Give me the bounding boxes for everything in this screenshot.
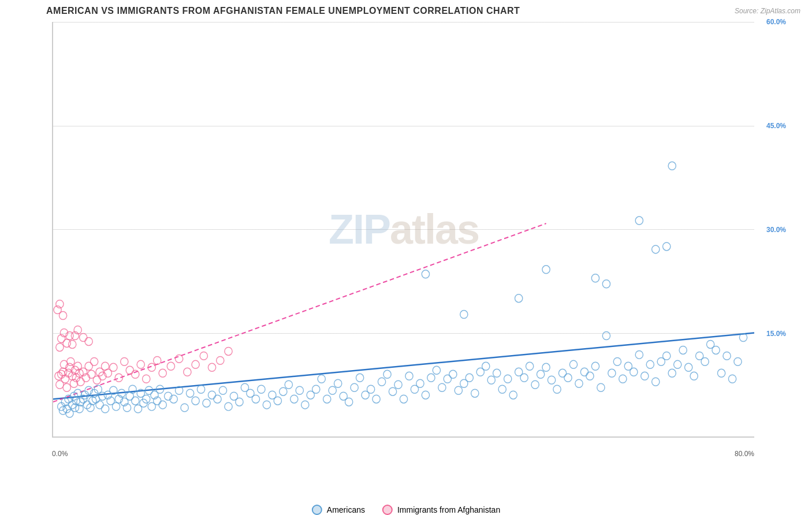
svg-point-159 <box>602 280 610 288</box>
svg-point-55 <box>203 399 210 407</box>
chart-title: AMERICAN VS IMMIGRANTS FROM AFGHANISTAN … <box>46 6 800 16</box>
svg-point-69 <box>280 387 287 395</box>
svg-point-194 <box>126 366 133 374</box>
svg-point-116 <box>537 370 544 378</box>
svg-point-193 <box>121 357 128 365</box>
svg-point-51 <box>181 404 188 412</box>
svg-point-157 <box>668 162 676 170</box>
svg-point-54 <box>197 385 204 393</box>
svg-point-199 <box>154 356 161 364</box>
svg-point-142 <box>679 346 687 354</box>
svg-point-59 <box>225 402 232 410</box>
svg-point-218 <box>85 337 92 345</box>
svg-point-152 <box>734 357 742 365</box>
svg-point-128 <box>602 332 610 340</box>
svg-point-68 <box>274 397 281 405</box>
svg-point-87 <box>378 378 385 386</box>
svg-point-131 <box>619 375 627 383</box>
svg-point-107 <box>487 376 495 384</box>
svg-point-100 <box>449 370 457 378</box>
svg-point-57 <box>214 395 221 403</box>
svg-point-98 <box>438 383 446 391</box>
y-tick-60: 60.0% <box>766 18 786 26</box>
svg-point-144 <box>690 372 698 380</box>
svg-point-170 <box>63 383 70 391</box>
legend-circle-americans <box>312 505 322 515</box>
svg-point-156 <box>663 242 671 251</box>
svg-point-66 <box>263 401 270 409</box>
svg-point-127 <box>597 383 605 391</box>
svg-point-75 <box>312 385 320 393</box>
svg-point-83 <box>356 374 363 382</box>
svg-point-82 <box>351 383 358 391</box>
svg-point-200 <box>159 369 166 377</box>
svg-point-207 <box>217 356 224 364</box>
svg-point-195 <box>132 370 139 378</box>
svg-point-77 <box>323 395 331 403</box>
svg-point-129 <box>608 369 616 377</box>
scatter-plot: .dot-blue { fill: none; stroke: #5a9fd4;… <box>53 22 754 436</box>
svg-point-89 <box>389 387 396 395</box>
svg-point-204 <box>192 360 199 368</box>
svg-point-140 <box>668 369 676 377</box>
svg-point-151 <box>728 375 736 383</box>
svg-point-196 <box>137 360 144 368</box>
svg-point-56 <box>208 391 215 399</box>
svg-point-160 <box>542 266 550 274</box>
svg-point-214 <box>69 340 76 348</box>
svg-point-88 <box>383 370 391 378</box>
svg-point-106 <box>482 362 490 370</box>
svg-point-37 <box>132 397 139 405</box>
svg-point-78 <box>329 386 336 394</box>
svg-point-162 <box>460 311 468 319</box>
svg-point-58 <box>219 386 226 394</box>
svg-point-185 <box>90 357 98 365</box>
svg-point-24 <box>96 401 103 409</box>
svg-point-110 <box>504 375 512 383</box>
svg-point-153 <box>739 333 747 341</box>
svg-point-209 <box>56 343 64 351</box>
chart-area: Female Unemployment 60.0% 45.0% 30.0% 15… <box>52 22 789 461</box>
svg-point-130 <box>613 357 621 365</box>
svg-point-104 <box>471 389 479 397</box>
svg-point-203 <box>184 368 191 376</box>
svg-point-92 <box>405 372 413 380</box>
svg-point-122 <box>569 360 577 368</box>
svg-point-96 <box>427 374 435 382</box>
svg-point-17 <box>83 401 91 409</box>
svg-point-208 <box>225 347 232 355</box>
svg-point-111 <box>509 391 517 399</box>
svg-point-120 <box>558 369 566 377</box>
svg-point-150 <box>723 352 731 360</box>
legend-item-immigrants: Immigrants from Afghanistan <box>382 505 500 515</box>
svg-point-52 <box>186 389 193 397</box>
svg-point-126 <box>591 362 599 370</box>
svg-point-95 <box>422 391 429 399</box>
svg-point-115 <box>531 380 539 389</box>
chart-container: AMERICAN VS IMMIGRANTS FROM AFGHANISTAN … <box>0 0 812 515</box>
svg-point-114 <box>526 362 534 370</box>
svg-point-191 <box>110 363 117 371</box>
svg-point-26 <box>101 405 109 413</box>
y-tick-30: 30.0% <box>766 226 786 234</box>
svg-point-101 <box>455 386 462 394</box>
svg-point-173 <box>67 357 75 365</box>
svg-point-90 <box>394 380 402 389</box>
svg-point-25 <box>99 392 106 400</box>
svg-point-47 <box>159 401 166 409</box>
svg-point-64 <box>252 395 259 403</box>
svg-point-133 <box>630 368 638 376</box>
svg-point-136 <box>646 360 654 368</box>
svg-point-91 <box>400 395 407 403</box>
svg-point-139 <box>663 352 671 360</box>
plot-area: ZIPatlas .dot-blue { fill: none; stroke:… <box>52 22 754 438</box>
svg-point-109 <box>498 385 506 393</box>
svg-point-154 <box>635 217 643 225</box>
svg-point-161 <box>515 294 523 303</box>
y-tick-45: 45.0% <box>766 122 786 130</box>
svg-point-113 <box>520 374 528 382</box>
source-label: Source: ZipAtlas.com <box>735 7 800 15</box>
svg-point-134 <box>635 350 643 359</box>
svg-point-148 <box>712 346 720 354</box>
svg-point-212 <box>63 339 70 347</box>
